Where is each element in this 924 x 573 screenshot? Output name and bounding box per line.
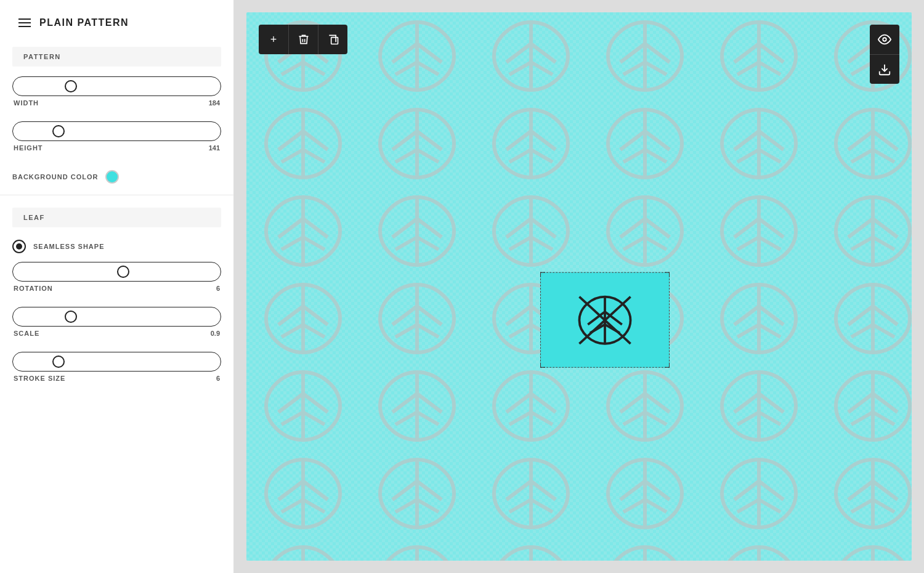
stroke-size-value: 6 [216, 375, 220, 382]
rotation-slider[interactable] [12, 262, 221, 282]
seamless-shape-radio-inner [16, 243, 22, 250]
width-label: WIDTH [14, 99, 39, 107]
hamburger-menu-icon[interactable] [18, 18, 31, 27]
height-slider[interactable] [12, 121, 221, 141]
width-slider[interactable] [12, 76, 221, 96]
divider-1 [0, 195, 233, 195]
canvas-wrapper[interactable]: + [246, 12, 912, 561]
rotation-value: 6 [216, 285, 220, 292]
height-value: 141 [209, 144, 220, 152]
download-icon [878, 63, 891, 76]
width-control: WIDTH 184 [0, 76, 233, 121]
corner-handle-bl [540, 363, 545, 368]
width-slider-thumb[interactable] [65, 80, 77, 92]
stroke-size-control: STROKE SIZE 6 [0, 352, 233, 397]
selected-element-box[interactable] [540, 272, 670, 368]
scale-value: 0.9 [211, 330, 220, 337]
selected-box-border [540, 272, 670, 368]
preview-button[interactable] [870, 25, 899, 54]
sidebar-header: PLAIN PATTERN [0, 0, 233, 41]
add-button[interactable]: + [259, 25, 288, 54]
rotation-label: ROTATION [14, 285, 53, 292]
duplicate-button[interactable] [318, 25, 347, 54]
download-button[interactable] [870, 54, 899, 84]
delete-icon [298, 33, 310, 46]
svg-rect-13 [331, 38, 338, 44]
sidebar-title: PLAIN PATTERN [39, 17, 129, 28]
seamless-shape-row: SEAMLESS SHAPE [0, 237, 233, 262]
preview-icon [878, 33, 891, 46]
stroke-size-slider[interactable] [12, 352, 221, 372]
corner-handle-tr [665, 272, 670, 277]
background-color-row: BACKGROUND COLOR [0, 166, 233, 195]
scale-control: SCALE 0.9 [0, 307, 233, 352]
delete-button[interactable] [288, 25, 318, 54]
duplicate-icon [327, 33, 339, 46]
height-label: HEIGHT [14, 144, 43, 152]
width-value: 184 [209, 99, 220, 107]
right-toolbar [870, 25, 899, 84]
height-control: HEIGHT 141 [0, 121, 233, 166]
leaf-section-label: LEAF [12, 208, 221, 227]
scale-label: SCALE [14, 330, 39, 337]
scale-slider[interactable] [12, 307, 221, 327]
rotation-slider-thumb[interactable] [117, 266, 129, 278]
stroke-size-label: STROKE SIZE [14, 375, 65, 382]
stroke-size-slider-thumb[interactable] [52, 356, 65, 368]
svg-point-14 [883, 38, 886, 41]
corner-handle-tl [540, 272, 545, 277]
seamless-shape-label: SEAMLESS SHAPE [33, 243, 104, 250]
background-color-swatch[interactable] [105, 170, 119, 184]
pattern-section-label: PATTERN [12, 47, 221, 67]
rotation-control: ROTATION 6 [0, 262, 233, 307]
canvas-area: + [234, 0, 924, 573]
scale-slider-thumb[interactable] [65, 311, 77, 323]
toolbar: + [259, 25, 347, 54]
height-slider-thumb[interactable] [52, 125, 65, 137]
seamless-shape-radio[interactable] [12, 240, 26, 253]
corner-handle-br [665, 363, 670, 368]
sidebar: PLAIN PATTERN PATTERN WIDTH 184 HEIGHT 1… [0, 0, 234, 573]
background-color-label: BACKGROUND COLOR [12, 173, 98, 181]
